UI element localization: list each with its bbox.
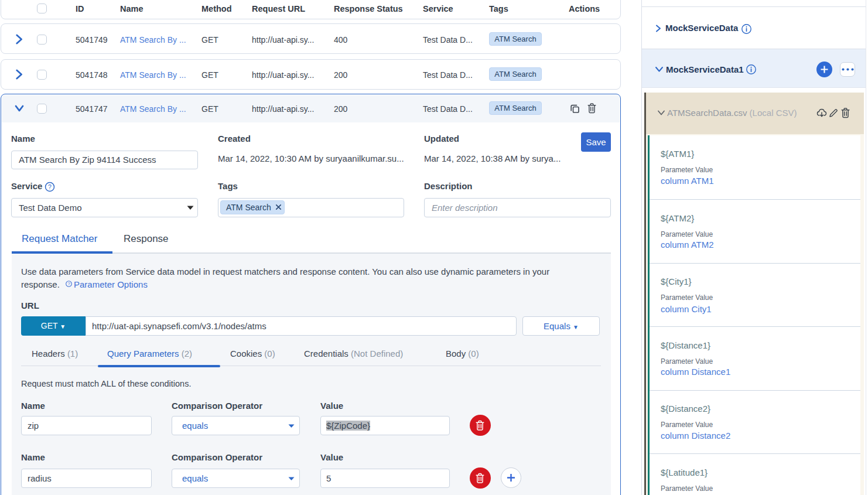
svg-text:?: ? [48,183,52,190]
svg-text:?: ? [67,281,70,286]
